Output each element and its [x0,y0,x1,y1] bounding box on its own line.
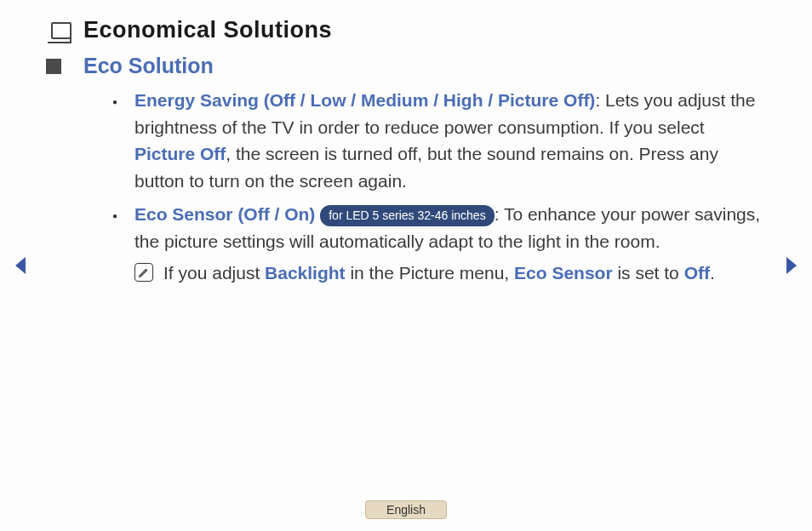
section-title: Eco Solution [83,54,214,78]
prev-page-button[interactable] [12,255,29,279]
square-bullet-icon [46,59,61,74]
note-text-part: in the Picture menu, [346,263,514,283]
pencil-note-icon [134,263,153,282]
note-text: If you adjust Backlight in the Picture m… [163,260,715,287]
section-row: Eco Solution [46,54,761,78]
bullet-icon [112,87,134,194]
energy-saving-heading: Energy Saving (Off / Low / Medium / High… [134,90,595,110]
book-icon [51,22,71,39]
title-row: Economical Solutions [51,17,761,43]
item-body: Energy Saving (Off / Low / Medium / High… [134,87,761,194]
manual-page: Economical Solutions Eco Solution Energy… [0,0,812,531]
backlight-link: Backlight [265,263,346,283]
eco-sensor-link: Eco Sensor [514,263,613,283]
note-text-part: If you adjust [163,263,265,283]
note-text-part: . [710,263,715,283]
model-badge: for LED 5 series 32-46 inches [320,205,494,226]
page-title: Economical Solutions [83,17,332,43]
note-text-part: is set to [613,263,684,283]
off-link: Off [684,263,710,283]
item-body: Eco Sensor (Off / On) for LED 5 series 3… [134,201,761,287]
svg-marker-1 [786,257,797,274]
section-items: Energy Saving (Off / Low / Medium / High… [112,87,761,287]
note-row: If you adjust Backlight in the Picture m… [134,260,761,287]
svg-marker-0 [15,257,26,274]
language-badge: English [365,500,447,519]
picture-off-link: Picture Off [134,144,226,163]
list-item: Eco Sensor (Off / On) for LED 5 series 3… [112,201,761,287]
list-item: Energy Saving (Off / Low / Medium / High… [112,87,761,194]
eco-sensor-heading: Eco Sensor (Off / On) [134,204,315,224]
next-page-button[interactable] [783,255,800,279]
bullet-icon [112,201,134,287]
